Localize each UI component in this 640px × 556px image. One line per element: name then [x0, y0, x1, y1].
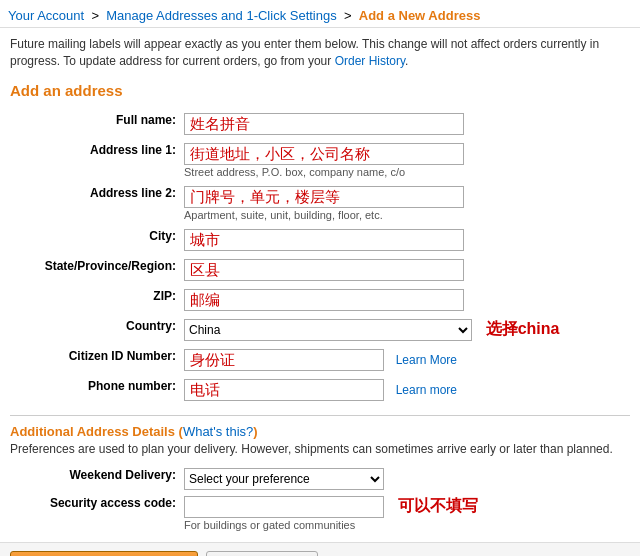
main-content: Future mailing labels will appear exactl… — [0, 28, 640, 542]
security-annotation: 可以不填写 — [398, 497, 478, 514]
phone-input[interactable] — [184, 379, 384, 401]
order-history-link[interactable]: Order History — [335, 54, 405, 68]
country-form: Country: ChinaUnited StatesJapanGermanyF… — [10, 315, 630, 405]
address-line-1-sub-label: Street address, P.O. box, company name, … — [184, 166, 626, 178]
phone-learn-more[interactable]: Learn more — [396, 383, 457, 397]
save-continue-button[interactable]: Save & Continue — [206, 551, 318, 556]
additional-desc: Preferences are used to plan your delive… — [10, 441, 630, 458]
country-label: Country: — [10, 315, 180, 345]
country-select[interactable]: ChinaUnited StatesJapanGermanyFranceCana… — [184, 319, 472, 341]
additional-section: Additional Address Details (What's this?… — [10, 415, 630, 535]
weekend-delivery-label: Weekend Delivery: — [10, 465, 180, 493]
breadcrumb-account-link[interactable]: Your Account — [8, 8, 84, 23]
zip-label: ZIP: — [10, 285, 180, 315]
citizen-id-label: Citizen ID Number: — [10, 345, 180, 375]
address-line-1-input[interactable] — [184, 143, 464, 165]
section-title: Add an address — [10, 82, 630, 99]
breadcrumb: Your Account > Manage Addresses and 1-Cl… — [0, 0, 640, 28]
whats-this-link[interactable]: What's this? — [183, 424, 253, 439]
intro-text: Future mailing labels will appear exactl… — [10, 36, 630, 70]
state-province-input[interactable] — [184, 259, 464, 281]
address-line-2-sub-label: Apartment, suite, unit, building, floor,… — [184, 209, 626, 221]
citizen-id-input[interactable] — [184, 349, 384, 371]
address-line-2-input[interactable] — [184, 186, 464, 208]
zip-input[interactable] — [184, 289, 464, 311]
address-line-1-label: Address line 1: — [10, 139, 180, 182]
full-name-label: Full name: — [10, 109, 180, 139]
state-province-label: State/Province/Region: — [10, 255, 180, 285]
additional-form: Weekend Delivery: Select your preference… — [10, 465, 630, 534]
city-label: City: — [10, 225, 180, 255]
footer-buttons: Save & Add Payment Method Save & Continu… — [0, 542, 640, 556]
save-add-payment-button[interactable]: Save & Add Payment Method — [10, 551, 198, 556]
citizen-id-learn-more[interactable]: Learn More — [396, 353, 457, 367]
country-annotation: 选择china — [486, 320, 560, 337]
address-line-2-label: Address line 2: — [10, 182, 180, 225]
address-form: Full name:姓名拼音Address line 1:街道地址，小区，公司名… — [10, 109, 630, 315]
full-name-input[interactable] — [184, 113, 464, 135]
breadcrumb-manage-link[interactable]: Manage Addresses and 1-Click Settings — [106, 8, 337, 23]
additional-title: Additional Address Details (What's this?… — [10, 424, 630, 439]
security-input[interactable] — [184, 496, 384, 518]
security-sub-label: For buildings or gated communities — [184, 519, 626, 531]
city-input[interactable] — [184, 229, 464, 251]
phone-label: Phone number: — [10, 375, 180, 405]
security-label: Security access code: — [10, 493, 180, 534]
weekend-delivery-select[interactable]: Select your preferenceYesNo — [184, 468, 384, 490]
breadcrumb-current: Add a New Address — [359, 8, 481, 23]
